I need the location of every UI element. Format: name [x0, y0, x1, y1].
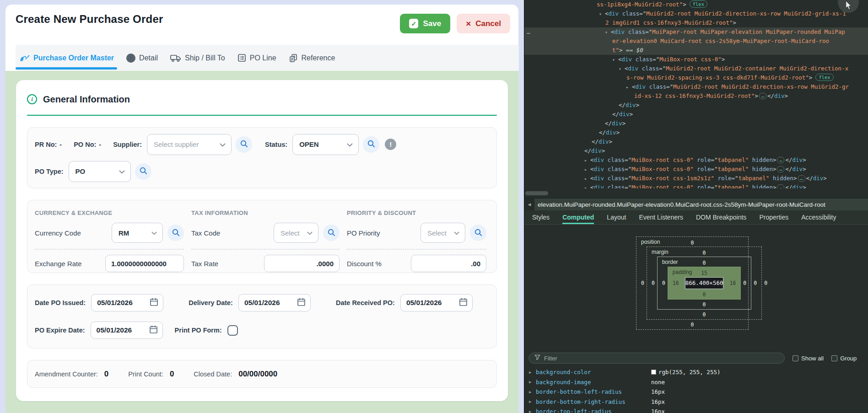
tab-detail[interactable]: i Detail: [126, 54, 158, 63]
box-model-border: border0 0 padding15 16 866.400×560: [657, 257, 751, 310]
margin-bottom: 0: [703, 311, 706, 318]
dom-tree-line[interactable]: ss-1pi8xg4-MuiGrid2-root">flex: [524, 0, 868, 9]
property-value: 16px: [651, 408, 665, 413]
expand-arrow-icon[interactable]: ▶: [529, 370, 536, 375]
supplier-search-button[interactable]: [236, 136, 252, 153]
dom-tree-line[interactable]: ▸<div class="MuiGrid2-root MuiGrid2-dire…: [524, 82, 868, 91]
chevron-down-icon: [307, 229, 313, 237]
exchange-rate-input[interactable]: 1.0000000000000: [105, 255, 184, 272]
dom-tree-line[interactable]: ▾<div class="MuiGrid2-root MuiGrid2-cont…: [524, 64, 868, 73]
devtools-tab-dom-breakpoints[interactable]: DOM Breakpoints: [696, 210, 746, 224]
position-right: 0: [762, 280, 770, 286]
tab-ship-bill-to[interactable]: Ship / Bill To: [170, 54, 225, 62]
print-po-form-label: Print PO Form:: [175, 327, 222, 334]
dom-tree-line[interactable]: </div>: [524, 110, 868, 119]
tax-code-search-button[interactable]: [323, 225, 340, 241]
dom-tree-line[interactable]: ▸<div class="MuiBox-root css-0" role="ta…: [524, 165, 868, 174]
amendment-counter-label: Amendment Counter:: [35, 370, 98, 378]
tax-code-select[interactable]: Select: [274, 223, 318, 243]
status-search-button[interactable]: [363, 136, 379, 153]
currency-search-button[interactable]: [167, 225, 184, 241]
dom-tree-line[interactable]: </div>: [524, 119, 868, 128]
date-received-po-input[interactable]: 05/01/2026: [400, 294, 473, 311]
show-all-toggle[interactable]: Show all: [793, 355, 824, 362]
property-name: background-image: [536, 379, 651, 386]
cancel-button[interactable]: × Cancel: [457, 14, 510, 33]
dom-tree-line[interactable]: </div>: [524, 128, 868, 137]
currency-tax-priority-section: CURRENCY & EXCHANGE Currency Code RM: [27, 200, 497, 273]
computed-property-row[interactable]: ▶border-bottom-left-radius16px: [524, 387, 868, 397]
dom-tree-line[interactable]: ▸<div class="MuiBox-root css-0" role="ta…: [524, 156, 868, 165]
section-divider: [27, 115, 497, 116]
save-button[interactable]: ✓ Save: [400, 14, 450, 33]
dom-tree-line[interactable]: </div>: [524, 101, 868, 110]
computed-property-row[interactable]: ▶background-colorrgb(255, 255, 255): [524, 367, 868, 377]
computed-property-row[interactable]: ▶border-bottom-right-radius16px: [524, 397, 868, 407]
devtools-tab-event-listeners[interactable]: Event Listeners: [639, 210, 683, 224]
dom-tree-line[interactable]: t"> == $0: [524, 46, 868, 55]
dom-tree-line[interactable]: ▾<div class="MuiBox-root css-0">: [524, 55, 868, 64]
delivery-date-input[interactable]: 05/01/2026: [238, 294, 311, 311]
tab-label: Purchase Order Master: [33, 54, 114, 62]
dom-tree-line[interactable]: ▸<div class="MuiBox-root css-1sm2s1z" ro…: [524, 174, 868, 183]
position-top: 0: [691, 240, 694, 246]
dom-tree-line[interactable]: id-xs-12 css-16fnxy3-MuiGrid2-root">…</d…: [524, 91, 868, 101]
show-all-checkbox[interactable]: [793, 355, 798, 361]
property-value: rgb(255, 255, 255): [651, 369, 720, 375]
tab-po-line[interactable]: PO Line: [237, 54, 276, 62]
expand-arrow-icon[interactable]: ▶: [529, 380, 536, 384]
expand-arrow-icon[interactable]: ▶: [529, 399, 536, 404]
dom-tree-line[interactable]: er-elevation0 MuiCard-root css-2s58ym-Mu…: [524, 37, 868, 46]
dom-tree-line[interactable]: ▾<div class="MuiGrid2-root MuiGrid2-dire…: [524, 9, 868, 18]
dotted-divider: [191, 249, 340, 250]
priority-header: PRIORITY & DISCOUNT: [347, 209, 486, 216]
breadcrumb[interactable]: elevation.MuiPaper-rounded.MuiPaper-elev…: [538, 201, 825, 208]
devtools-tab-styles[interactable]: Styles: [532, 210, 550, 224]
devtools-tab-properties[interactable]: Properties: [759, 210, 788, 224]
dom-tree-line[interactable]: 2 imgGird1 css-16fnxy3-MuiGrid2-root">: [524, 18, 868, 27]
border-right: 0: [741, 280, 749, 286]
dom-tree-line[interactable]: …▾<div class="MuiPaper-root MuiPaper-ele…: [524, 27, 868, 37]
dates-row-1: Date PO Issued: 05/01/2026 Delivery Date…: [35, 294, 489, 311]
group-label: Group: [840, 355, 857, 362]
search-icon: [327, 228, 335, 238]
devtools-tab-computed[interactable]: Computed: [562, 210, 594, 224]
tab-purchase-order-master[interactable]: Purchase Order Master: [20, 54, 114, 62]
po-type-search-button[interactable]: [135, 163, 151, 180]
expand-arrow-icon[interactable]: ▶: [529, 390, 536, 394]
dom-tree-line[interactable]: ▸<div class="MuiBox-root css-0" role="ta…: [524, 183, 868, 188]
date-po-issued-input[interactable]: 05/01/2026: [91, 294, 163, 311]
tax-rate-input[interactable]: .0000: [264, 255, 340, 272]
discount-input[interactable]: .00: [411, 255, 486, 272]
print-po-form-checkbox[interactable]: [227, 325, 238, 336]
elements-horizontal-scrollbar[interactable]: [524, 188, 868, 198]
calendar-icon: [150, 297, 158, 308]
warning-icon: !: [385, 139, 396, 150]
devtools-tab-layout[interactable]: Layout: [607, 210, 626, 224]
print-count-value: 0: [170, 370, 174, 379]
breadcrumb-back-button[interactable]: ◀: [524, 198, 534, 211]
computed-property-row[interactable]: ▶border-top-left-radius16px: [524, 407, 868, 413]
po-priority-select[interactable]: Select: [421, 223, 465, 243]
po-expire-date-label: PO Expire Date:: [35, 327, 85, 334]
status-select[interactable]: OPEN: [292, 134, 359, 155]
po-type-select[interactable]: PO: [69, 161, 131, 182]
po-expire-date-input[interactable]: 05/01/2026: [91, 322, 163, 339]
dom-tree-line[interactable]: </div>: [524, 146, 868, 156]
expand-arrow-icon[interactable]: ▶: [529, 409, 536, 413]
filter-input[interactable]: Filter: [528, 353, 785, 364]
scrollbar-thumb[interactable]: [525, 191, 548, 195]
po-priority-search-button[interactable]: [470, 225, 486, 241]
group-checkbox[interactable]: [831, 355, 837, 361]
currency-code-select[interactable]: RM: [112, 223, 163, 243]
tab-reference[interactable]: Reference: [289, 54, 335, 63]
box-model-position: position0 0 margin0 0 border0 0: [636, 236, 749, 330]
group-toggle[interactable]: Group: [831, 355, 857, 362]
devtools-tab-accessibility[interactable]: Accessibility: [801, 210, 836, 224]
dom-tree-line[interactable]: s-row MuiGrid2-spacing-xs-3 css-dkd71f-M…: [524, 73, 868, 82]
supplier-select[interactable]: Select supplier: [147, 134, 232, 155]
dom-tree-line[interactable]: </div>: [524, 137, 868, 146]
computed-property-row[interactable]: ▶background-imagenone: [524, 377, 868, 387]
property-value: none: [651, 379, 665, 386]
box-model-padding: padding15 16 866.400×560 16 0: [668, 267, 741, 300]
